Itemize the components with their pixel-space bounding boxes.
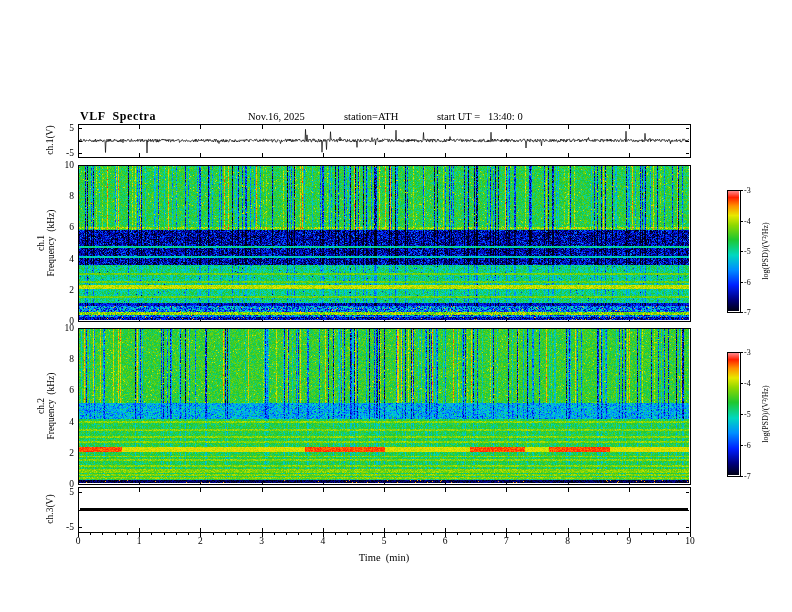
voltage-tick-label: 5 <box>52 487 74 497</box>
freq-tick-label: 6 <box>52 385 74 395</box>
ch1-spec-channel-label: ch.1 <box>36 235 46 251</box>
x-tick-label: 1 <box>127 536 151 546</box>
ch1-waveform-canvas <box>79 125 689 156</box>
voltage-tick-label: -5 <box>52 148 74 158</box>
plot-start-ut: start UT = 13:40: 0 <box>437 111 523 122</box>
colorbar-tick-label: -3 <box>744 186 760 195</box>
ch1-frequency-axis-label: ch.1Frequency (kHz) <box>36 209 56 276</box>
plot-title: VLF Spectra <box>80 109 156 124</box>
colorbar-tick-label: -6 <box>744 278 760 287</box>
colorbar2-axis-label: log(PSD)/(V²/Hz) <box>761 385 771 443</box>
freq-tick-label: 8 <box>52 354 74 364</box>
colorbar-tick-label: -5 <box>744 247 760 256</box>
vlf-spectra-figure: VLF Spectra Nov.16, 2025 station=ATH sta… <box>0 0 792 612</box>
colorbar1-gradient-canvas <box>728 191 739 311</box>
x-tick-label: 4 <box>311 536 335 546</box>
colorbar-tick-label: -4 <box>744 217 760 226</box>
x-tick-label: 0 <box>66 536 90 546</box>
colorbar-tick-label: -6 <box>744 441 760 450</box>
freq-tick-label: 6 <box>52 222 74 232</box>
ch2-frequency-axis-label: ch.2Frequency (kHz) <box>36 372 56 439</box>
x-tick-label: 5 <box>372 536 396 546</box>
x-tick-label: 3 <box>250 536 274 546</box>
x-tick-label: 2 <box>188 536 212 546</box>
freq-tick-label: 4 <box>52 254 74 264</box>
x-axis-label: Time (min) <box>334 552 434 563</box>
freq-tick-label: 2 <box>52 448 74 458</box>
ch1-spec-frequency-label: Frequency (kHz) <box>46 209 56 276</box>
freq-tick-label: 2 <box>52 285 74 295</box>
colorbar-tick-label: -3 <box>744 348 760 357</box>
plot-station: station=ATH <box>344 111 398 122</box>
x-tick-label: 9 <box>617 536 641 546</box>
colorbar-tick-label: -7 <box>744 308 760 317</box>
ch1-spectrogram-canvas <box>79 166 689 320</box>
ch3-waveform-canvas <box>79 488 689 531</box>
voltage-tick-label: -5 <box>52 522 74 532</box>
colorbar2-gradient-canvas <box>728 353 739 475</box>
colorbar1-axis-label: log(PSD)/(V²/Hz) <box>761 222 771 280</box>
colorbar-tick-label: -4 <box>744 379 760 388</box>
colorbar-tick-label: -7 <box>744 472 760 481</box>
plot-date: Nov.16, 2025 <box>248 111 305 122</box>
voltage-tick-label: 5 <box>52 123 74 133</box>
x-tick-label: 7 <box>494 536 518 546</box>
ch2-spec-frequency-label: Frequency (kHz) <box>46 372 56 439</box>
ch3-voltage-axis-label: ch.3(V) <box>45 494 55 523</box>
ch2-spec-channel-label: ch.2 <box>36 398 46 414</box>
x-tick-label: 6 <box>433 536 457 546</box>
freq-tick-label: 4 <box>52 417 74 427</box>
colorbar-tick-label: -5 <box>744 410 760 419</box>
freq-tick-label: 10 <box>52 323 74 333</box>
freq-tick-label: 10 <box>52 160 74 170</box>
ch2-spectrogram-canvas <box>79 329 689 483</box>
x-tick-label: 8 <box>556 536 580 546</box>
x-tick-label: 10 <box>678 536 702 546</box>
freq-tick-label: 8 <box>52 191 74 201</box>
